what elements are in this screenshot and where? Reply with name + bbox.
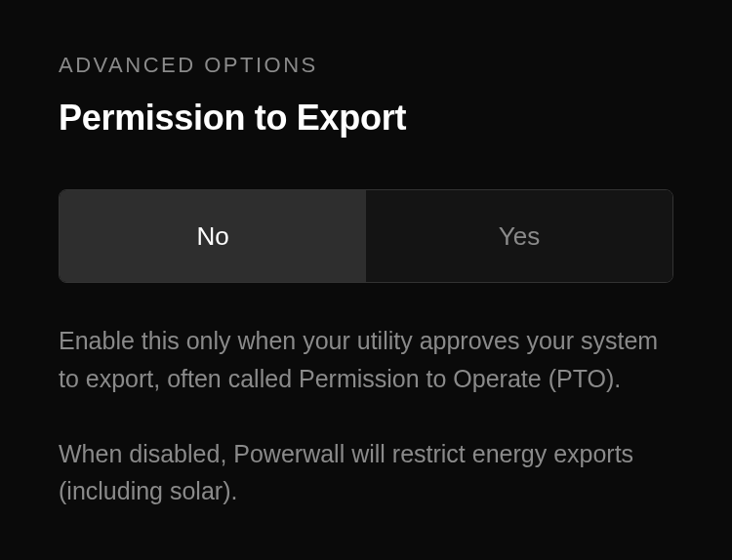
toggle-yes-button[interactable]: Yes <box>366 190 672 282</box>
section-label: ADVANCED OPTIONS <box>59 53 673 78</box>
toggle-no-button[interactable]: No <box>60 190 366 282</box>
page-title: Permission to Export <box>59 98 673 139</box>
description-paragraph-1: Enable this only when your utility appro… <box>59 322 673 398</box>
description-text: Enable this only when your utility appro… <box>59 322 673 510</box>
description-paragraph-2: When disabled, Powerwall will restrict e… <box>59 435 673 511</box>
permission-export-toggle: No Yes <box>59 189 673 283</box>
